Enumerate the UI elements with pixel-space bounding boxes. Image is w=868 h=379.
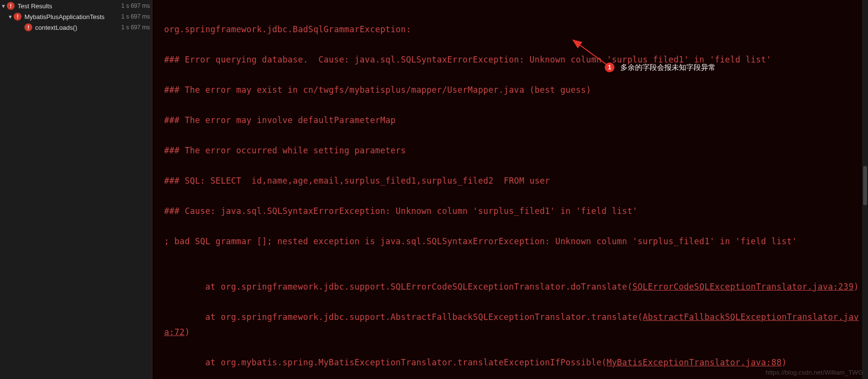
scrollbar[interactable]	[862, 0, 868, 379]
fail-icon: !	[24, 23, 32, 31]
tree-time: 1 s 697 ms	[121, 24, 150, 31]
tree-row-test[interactable]: ! contextLoads() 1 s 697 ms	[0, 22, 152, 33]
watermark: https://blog.csdn.net/William_TWG	[766, 369, 863, 376]
fail-icon: !	[14, 13, 21, 21]
log-line: ### The error may exist in cn/twgfs/myba…	[164, 83, 859, 98]
tree-row-root[interactable]: ▼ ! Test Results 1 s 697 ms	[0, 0, 152, 11]
tree-label: Test Results	[18, 2, 119, 10]
log-line: ### Cause: java.sql.SQLSyntaxErrorExcept…	[164, 204, 859, 219]
tree-label: MybatisPlusApplicationTests	[24, 13, 119, 21]
log-line: ### The error occurred while setting par…	[164, 143, 859, 158]
chevron-down-icon[interactable]: ▼	[0, 3, 7, 9]
console-panel: org.springframework.jdbc.BadSqlGrammarEx…	[152, 0, 868, 379]
tree-time: 1 s 697 ms	[121, 13, 150, 20]
tree-time: 1 s 697 ms	[121, 2, 150, 9]
log-line: ### The error may involve defaultParamet…	[164, 113, 859, 128]
log-line: at org.springframework.jdbc.support.Abst…	[164, 310, 859, 340]
stacktrace-link[interactable]: MyBatisExceptionTranslator.java:88	[607, 358, 782, 367]
log-line: ### Error querying database. Cause: java…	[164, 52, 859, 67]
log-line: ; bad SQL grammar []; nested exception i…	[164, 234, 859, 249]
log-line: ### SQL: SELECT id,name,age,email,surplu…	[164, 173, 859, 189]
test-tree-panel: ▼ ! Test Results 1 s 697 ms ▼ ! MybatisP…	[0, 0, 152, 379]
log-line: at org.springframework.jdbc.support.SQLE…	[164, 279, 859, 295]
log-line: org.springframework.jdbc.BadSqlGrammarEx…	[164, 22, 859, 37]
log-line: at org.mybatis.spring.MyBatisExceptionTr…	[164, 355, 859, 370]
chevron-down-icon[interactable]: ▼	[7, 14, 14, 20]
annotation-arrow-icon	[570, 37, 614, 71]
tree-row-suite[interactable]: ▼ ! MybatisPlusApplicationTests 1 s 697 …	[0, 11, 152, 22]
svg-line-1	[573, 40, 609, 66]
scrollbar-thumb[interactable]	[863, 166, 867, 205]
stacktrace-link[interactable]: SQLErrorCodeSQLExceptionTranslator.java:…	[633, 282, 854, 292]
tree-label: contextLoads()	[35, 24, 119, 31]
console-output[interactable]: org.springframework.jdbc.BadSqlGrammarEx…	[152, 0, 868, 379]
fail-icon: !	[7, 2, 15, 10]
